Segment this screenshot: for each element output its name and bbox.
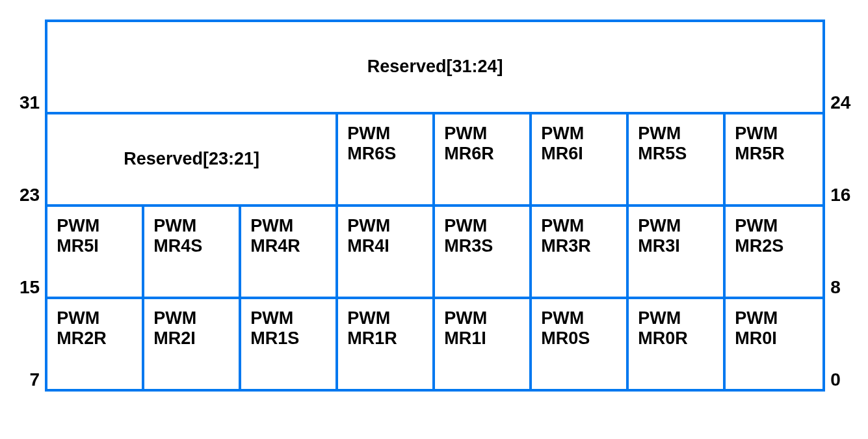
bit-label-left: 23 <box>20 114 40 207</box>
field-label: PWM <box>638 124 714 144</box>
field-label: PWM <box>444 216 520 236</box>
bit-field: PWM MR0S <box>532 299 629 389</box>
bit-field: PWM MR5S <box>629 114 726 204</box>
bit-field: PWM MR6R <box>435 114 532 204</box>
field-label: PWM <box>444 308 520 328</box>
field-label: MR2S <box>735 236 813 256</box>
register-row: Reserved[31:24] <box>47 22 822 114</box>
left-bit-labels: 31 23 15 7 <box>20 20 45 392</box>
bit-field: PWM MR0R <box>629 299 726 389</box>
field-label: PWM <box>347 308 423 328</box>
bit-field: PWM MR6S <box>338 114 435 204</box>
field-label: MR6I <box>541 144 617 164</box>
field-label: PWM <box>250 308 326 328</box>
right-bit-labels: 24 16 8 0 <box>825 20 850 392</box>
reserved-field: Reserved[23:21] <box>47 114 338 204</box>
bit-label-right: 24 <box>830 22 850 114</box>
field-label: PWM <box>153 308 230 328</box>
field-label: MR6R <box>444 144 520 164</box>
register-row: PWM MR5I PWM MR4S PWM MR4R PWM MR4I PWM … <box>47 207 822 299</box>
field-label: PWM <box>638 308 714 328</box>
register-row: PWM MR2R PWM MR2I PWM MR1S PWM MR1R PWM … <box>47 299 822 389</box>
bit-field: PWM MR3R <box>532 207 629 297</box>
bit-field: PWM MR3S <box>435 207 532 297</box>
field-label: MR5S <box>638 144 714 164</box>
bit-field: PWM MR0I <box>726 299 822 389</box>
field-label: PWM <box>541 308 617 328</box>
bit-field: PWM MR5I <box>47 207 144 297</box>
field-label: PWM <box>57 216 133 236</box>
field-label: PWM <box>250 216 326 236</box>
bit-field: PWM MR3I <box>629 207 726 297</box>
register-diagram: 31 23 15 7 Reserved[31:24] Reserved[23:2… <box>20 20 848 392</box>
bit-label-left: 7 <box>20 299 40 392</box>
field-label: MR6S <box>347 144 423 164</box>
bit-field: PWM MR5R <box>726 114 822 204</box>
bit-field: PWM MR4R <box>241 207 338 297</box>
field-label: PWM <box>57 308 133 328</box>
field-label: PWM <box>347 216 423 236</box>
field-label: Reserved[31:24] <box>367 57 503 77</box>
field-label: MR0S <box>541 328 617 349</box>
field-label: PWM <box>735 308 813 328</box>
bit-field: PWM MR6I <box>532 114 629 204</box>
field-label: PWM <box>444 124 520 144</box>
field-label: MR1S <box>250 328 326 349</box>
bit-field: PWM MR4I <box>338 207 435 297</box>
field-label: MR0I <box>735 328 813 349</box>
field-label: MR0R <box>638 328 714 349</box>
bit-label-right: 8 <box>830 207 850 299</box>
register-table: Reserved[31:24] Reserved[23:21] PWM MR6S… <box>45 20 825 392</box>
field-label: Reserved[23:21] <box>124 149 259 169</box>
field-label: PWM <box>541 216 617 236</box>
field-label: PWM <box>541 124 617 144</box>
register-row: Reserved[23:21] PWM MR6S PWM MR6R PWM MR… <box>47 114 822 207</box>
field-label: MR2I <box>153 328 230 349</box>
field-label: PWM <box>735 216 813 236</box>
bit-field: PWM MR1R <box>338 299 435 389</box>
field-label: PWM <box>638 216 714 236</box>
field-label: MR2R <box>57 328 133 349</box>
bit-label-left: 15 <box>20 207 40 299</box>
bit-field: PWM MR2S <box>726 207 822 297</box>
bit-label-left: 31 <box>20 22 40 114</box>
field-label: MR4R <box>250 236 326 256</box>
field-label: MR5R <box>735 144 813 164</box>
bit-label-right: 16 <box>830 114 850 207</box>
bit-field: PWM MR2I <box>144 299 241 389</box>
field-label: MR3R <box>541 236 617 256</box>
bit-field: PWM MR4S <box>144 207 241 297</box>
field-label: PWM <box>735 124 813 144</box>
field-label: PWM <box>347 124 423 144</box>
field-label: MR5I <box>57 236 133 256</box>
field-label: MR4S <box>153 236 230 256</box>
bit-field: PWM MR1S <box>241 299 338 389</box>
field-label: MR1I <box>444 328 520 349</box>
bit-label-right: 0 <box>830 299 850 392</box>
field-label: MR4I <box>347 236 423 256</box>
field-label: MR3S <box>444 236 520 256</box>
field-label: MR1R <box>347 328 423 349</box>
bit-field: PWM MR1I <box>435 299 532 389</box>
field-label: MR3I <box>638 236 714 256</box>
bit-field: PWM MR2R <box>47 299 144 389</box>
field-label: PWM <box>153 216 230 236</box>
reserved-field: Reserved[31:24] <box>47 22 822 112</box>
